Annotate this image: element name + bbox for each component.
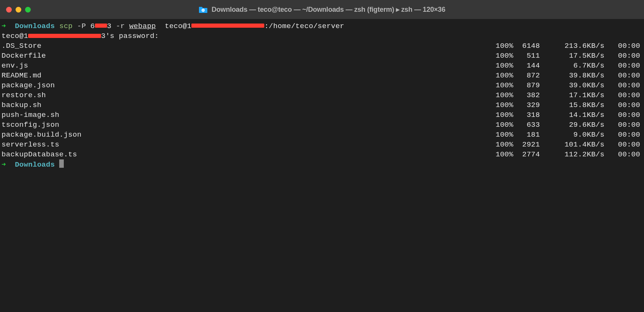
- arg-src: webapp: [129, 22, 156, 30]
- transfer-time: 00:00: [605, 90, 642, 100]
- transfer-filename: serverless.ts: [2, 140, 486, 150]
- transfer-filename: Dockerfile: [2, 51, 486, 61]
- transfer-filename: README.md: [2, 71, 486, 80]
- transfer-row: .DS_Store100%6148213.6KB/s00:00: [2, 41, 642, 51]
- transfer-speed: 101.4KB/s: [540, 140, 605, 150]
- redacted-port: [95, 24, 107, 28]
- transfer-percent: 100%: [486, 130, 513, 140]
- password-suffix: 3's password:: [101, 32, 159, 40]
- transfer-row: README.md100%87239.8KB/s00:00: [2, 71, 642, 80]
- transfer-time: 00:00: [605, 51, 642, 61]
- transfer-percent: 100%: [486, 110, 513, 120]
- transfer-percent: 100%: [486, 120, 513, 130]
- titlebar[interactable]: Downloads — teco@teco — ~/Downloads — zs…: [0, 0, 644, 19]
- transfer-percent: 100%: [486, 80, 513, 90]
- dest-path: :/home/teco/server: [264, 22, 344, 30]
- window-title: Downloads — teco@teco — ~/Downloads — zs…: [212, 5, 445, 14]
- transfer-row: env.js100%1446.7KB/s00:00: [2, 61, 642, 71]
- transfer-time: 00:00: [605, 61, 642, 71]
- flag-r: -r: [116, 22, 125, 30]
- transfer-filename: backup.sh: [2, 100, 486, 110]
- transfer-speed: 17.5KB/s: [540, 51, 605, 61]
- transfer-bytes: 872: [513, 71, 540, 80]
- redacted-host-2: [28, 34, 101, 38]
- folder-icon: [199, 6, 208, 13]
- transfer-time: 00:00: [605, 41, 642, 51]
- transfer-bytes: 2921: [513, 140, 540, 150]
- transfer-row: package.build.json100%1819.0KB/s00:00: [2, 130, 642, 140]
- terminal-viewport[interactable]: ➜ Downloads scp -P 63 -r webapp teco@1:/…: [0, 19, 644, 172]
- transfer-percent: 100%: [486, 150, 513, 159]
- transfer-speed: 14.1KB/s: [540, 110, 605, 120]
- transfer-row: tsconfig.json100%63329.6KB/s00:00: [2, 120, 642, 130]
- prompt-line-1: ➜ Downloads scp -P 63 -r webapp teco@1:/…: [2, 21, 642, 31]
- transfer-filename: package.json: [2, 80, 486, 90]
- transfer-bytes: 181: [513, 130, 540, 140]
- transfer-time: 00:00: [605, 140, 642, 150]
- transfer-filename: .DS_Store: [2, 41, 486, 51]
- transfer-bytes: 329: [513, 100, 540, 110]
- transfer-time: 00:00: [605, 80, 642, 90]
- port-prefix: 6: [90, 22, 95, 30]
- password-prompt-line: teco@13's password:: [2, 31, 642, 41]
- transfer-speed: 29.6KB/s: [540, 120, 605, 130]
- transfer-speed: 6.7KB/s: [540, 61, 605, 71]
- transfer-speed: 39.0KB/s: [540, 80, 605, 90]
- transfer-row: push-image.sh100%31814.1KB/s00:00: [2, 110, 642, 120]
- transfer-filename: backupDatabase.ts: [2, 150, 486, 159]
- traffic-lights: [6, 7, 31, 13]
- terminal-cursor[interactable]: [59, 159, 64, 168]
- transfer-filename: restore.sh: [2, 90, 486, 100]
- close-button[interactable]: [6, 7, 12, 13]
- transfer-filename: push-image.sh: [2, 110, 486, 120]
- password-prefix: teco@1: [2, 32, 28, 40]
- transfer-bytes: 879: [513, 80, 540, 90]
- user-host-prefix: teco@1: [165, 22, 191, 30]
- transfer-row: serverless.ts100%2921101.4KB/s00:00: [2, 140, 642, 150]
- transfer-time: 00:00: [605, 130, 642, 140]
- transfer-percent: 100%: [486, 61, 513, 71]
- transfer-filename: env.js: [2, 61, 486, 71]
- transfer-percent: 100%: [486, 140, 513, 150]
- minimize-button[interactable]: [16, 7, 21, 13]
- transfer-time: 00:00: [605, 110, 642, 120]
- transfer-bytes: 318: [513, 110, 540, 120]
- transfer-row: backup.sh100%32915.8KB/s00:00: [2, 100, 642, 110]
- transfer-bytes: 633: [513, 120, 540, 130]
- cmd-scp: scp: [59, 22, 73, 30]
- transfer-speed: 9.0KB/s: [540, 130, 605, 140]
- transfer-bytes: 2774: [513, 150, 540, 159]
- prompt-line-2: ➜ Downloads: [2, 159, 642, 170]
- transfer-filename: package.build.json: [2, 130, 486, 140]
- port-suffix: 3: [107, 22, 112, 30]
- transfer-time: 00:00: [605, 120, 642, 130]
- transfer-row: Dockerfile100%51117.5KB/s00:00: [2, 51, 642, 61]
- transfer-percent: 100%: [486, 71, 513, 80]
- prompt-cwd: Downloads: [15, 161, 55, 169]
- transfer-row: backupDatabase.ts100%2774112.2KB/s00:00: [2, 150, 642, 159]
- transfer-filename: tsconfig.json: [2, 120, 486, 130]
- transfer-bytes: 511: [513, 51, 540, 61]
- transfer-speed: 112.2KB/s: [540, 150, 605, 159]
- transfer-speed: 15.8KB/s: [540, 100, 605, 110]
- transfer-time: 00:00: [605, 71, 642, 80]
- transfer-time: 00:00: [605, 100, 642, 110]
- transfer-percent: 100%: [486, 41, 513, 51]
- transfer-bytes: 6148: [513, 41, 540, 51]
- transfer-speed: 17.1KB/s: [540, 90, 605, 100]
- transfer-bytes: 382: [513, 90, 540, 100]
- prompt-arrow-icon: ➜: [2, 161, 6, 169]
- prompt-arrow-icon: ➜: [2, 22, 6, 30]
- prompt-cwd: Downloads: [15, 22, 55, 30]
- zoom-button[interactable]: [25, 7, 31, 13]
- transfer-time: 00:00: [605, 150, 642, 159]
- transfer-percent: 100%: [486, 90, 513, 100]
- transfer-speed: 39.8KB/s: [540, 71, 605, 80]
- transfer-speed: 213.6KB/s: [540, 41, 605, 51]
- transfer-row: package.json100%87939.0KB/s00:00: [2, 80, 642, 90]
- flag-p: -P: [77, 22, 86, 30]
- redacted-host: [191, 24, 264, 28]
- transfer-bytes: 144: [513, 61, 540, 71]
- transfer-percent: 100%: [486, 51, 513, 61]
- transfer-percent: 100%: [486, 100, 513, 110]
